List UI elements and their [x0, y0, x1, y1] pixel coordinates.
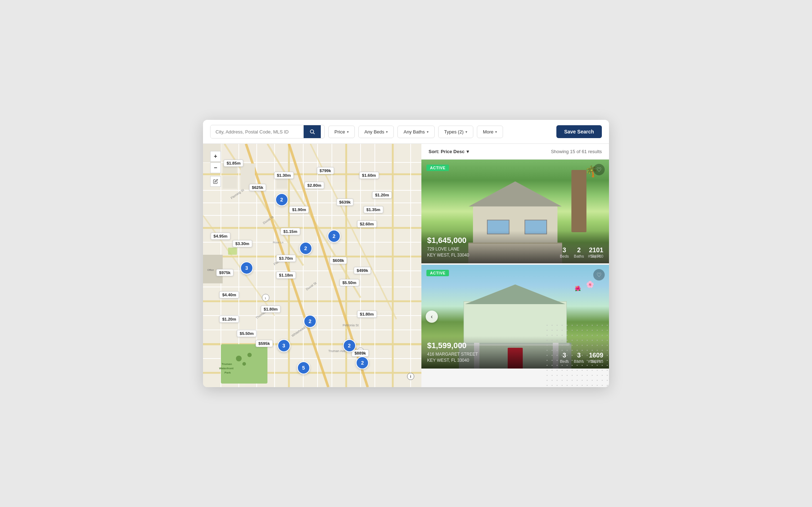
- svg-rect-45: [223, 164, 237, 174]
- chevron-down-icon: ▾: [427, 130, 429, 134]
- baths-stat: 3 Baths: [574, 352, 584, 364]
- beds-stat: 3 Beds: [560, 247, 569, 258]
- more-filter[interactable]: More ▾: [477, 126, 503, 138]
- chevron-down-icon: ▾: [347, 130, 349, 134]
- favorite-button[interactable]: ♡: [593, 164, 605, 175]
- price-filter[interactable]: Price ▾: [328, 126, 355, 138]
- save-search-button[interactable]: Save Search: [556, 125, 602, 138]
- chevron-down-icon: ▾: [495, 130, 497, 134]
- sort-dropdown[interactable]: Sort: Price Desc ▾: [429, 149, 469, 154]
- svg-rect-46: [241, 164, 255, 189]
- baths-filter[interactable]: Any Baths ▾: [397, 126, 434, 138]
- search-input[interactable]: [211, 126, 304, 138]
- prev-image-button[interactable]: ‹: [426, 311, 438, 323]
- active-badge: ACTIVE: [426, 270, 449, 276]
- beds-filter[interactable]: Any Beds ▾: [358, 126, 394, 138]
- svg-text:Office: Office: [207, 269, 214, 271]
- baths-stat: 2 Baths: [574, 247, 584, 258]
- svg-text:Truman: Truman: [222, 362, 232, 366]
- svg-text:Park: Park: [224, 371, 231, 374]
- svg-text:Petronia St: Petronia St: [343, 323, 359, 327]
- svg-point-0: [310, 130, 314, 133]
- zoom-in-button[interactable]: +: [210, 151, 221, 162]
- property-card[interactable]: 🌴 ACTIVE ♡ $1,645,000 729 LOVE LANE KEY …: [421, 160, 609, 263]
- svg-rect-44: [223, 176, 237, 189]
- results-count: Showing 15 of 61 results: [551, 149, 602, 154]
- results-header: Sort: Price Desc ▾ Showing 15 of 61 resu…: [421, 144, 609, 160]
- property-price: $1,645,000: [427, 236, 603, 245]
- app-container: Price ▾ Any Beds ▾ Any Baths ▾ Types (2)…: [203, 120, 609, 387]
- svg-text:Rose Ln: Rose Ln: [273, 241, 284, 244]
- map-section: Office Duval St Duval St Fleming St Flem…: [203, 144, 421, 387]
- property-image: 🌸 🌺 ACTIVE ♡ ‹ $1,599,000 416 MARGARET S…: [421, 265, 609, 369]
- search-input-wrapper: [210, 125, 325, 138]
- zoom-out-button[interactable]: −: [210, 162, 221, 173]
- svg-text:1: 1: [359, 350, 361, 354]
- svg-rect-47: [276, 176, 287, 189]
- map-info-button[interactable]: i: [407, 373, 414, 380]
- svg-line-1: [313, 133, 315, 134]
- search-button[interactable]: [304, 125, 321, 138]
- svg-point-41: [242, 362, 246, 366]
- chevron-down-icon: ▾: [467, 149, 469, 154]
- chevron-down-icon: ▾: [386, 130, 388, 134]
- chevron-down-icon: ▾: [465, 130, 467, 134]
- main-content: Office Duval St Duval St Fleming St Flem…: [203, 144, 609, 387]
- svg-point-39: [236, 356, 242, 361]
- property-price: $1,599,000: [427, 341, 603, 350]
- beds-stat: 3 Beds: [560, 352, 569, 364]
- favorite-button[interactable]: ♡: [593, 269, 605, 281]
- mls-id: #584900: [588, 233, 603, 258]
- property-image: 🌴 ACTIVE ♡ $1,645,000 729 LOVE LANE KEY …: [421, 160, 609, 263]
- svg-text:1: 1: [265, 297, 266, 300]
- search-bar: Price ▾ Any Beds ▾ Any Baths ▾ Types (2)…: [203, 120, 609, 144]
- draw-button[interactable]: [210, 176, 221, 187]
- mls-id: #580295: [588, 338, 603, 364]
- types-filter[interactable]: Types (2) ▾: [438, 126, 473, 138]
- svg-text:Waterfront: Waterfront: [219, 367, 233, 370]
- active-badge: ACTIVE: [426, 165, 449, 171]
- svg-rect-42: [228, 248, 237, 255]
- svg-point-40: [247, 353, 252, 357]
- results-panel: Sort: Price Desc ▾ Showing 15 of 61 resu…: [421, 144, 609, 387]
- svg-text:Truman Ave: Truman Ave: [328, 349, 345, 353]
- map-controls: + −: [210, 151, 221, 187]
- property-card[interactable]: 🌸 🌺 ACTIVE ♡ ‹ $1,599,000 416 MARGARET S…: [421, 265, 609, 369]
- map[interactable]: Office Duval St Duval St Fleming St Flem…: [203, 144, 421, 387]
